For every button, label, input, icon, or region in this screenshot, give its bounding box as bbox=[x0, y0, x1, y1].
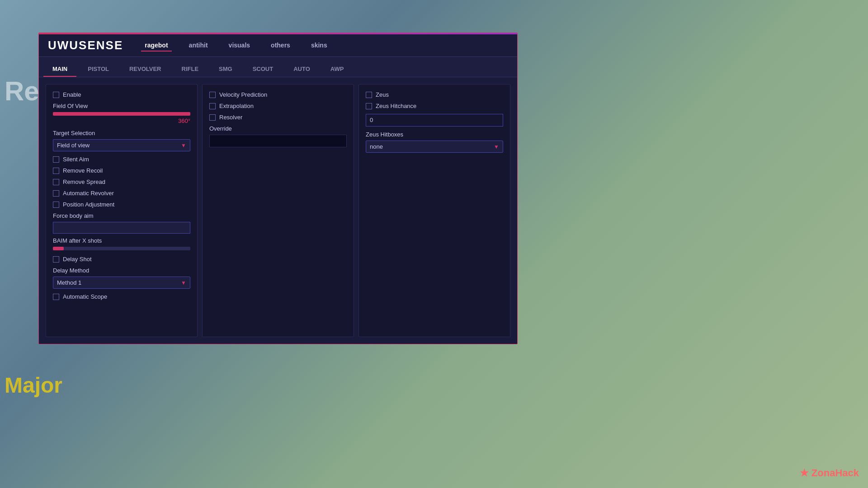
enable-label: Enable bbox=[63, 91, 81, 98]
nav-ragebot[interactable]: ragebot bbox=[141, 40, 171, 52]
extrapolation-label: Extrapolation bbox=[219, 103, 254, 109]
automatic-revolver-row: Automatic Revolver bbox=[53, 190, 190, 197]
delay-shot-row: Delay Shot bbox=[53, 256, 190, 263]
zonahack-watermark: ★ ZonaHack bbox=[800, 467, 859, 479]
force-body-aim-input[interactable] bbox=[53, 222, 190, 234]
tab-awp[interactable]: AWP bbox=[321, 62, 353, 77]
col3: Zeus Zeus Hitchance 0 Zeus Hitboxes none… bbox=[359, 84, 510, 337]
zeus-hitboxes-arrow: ▼ bbox=[494, 144, 499, 150]
baim-label: BAIM after X shots bbox=[53, 237, 190, 244]
remove-spread-checkbox[interactable] bbox=[53, 179, 59, 185]
col1: Enable Field Of View 360° Target Selecti… bbox=[46, 84, 198, 337]
override-input[interactable] bbox=[209, 135, 347, 147]
bg-text-major: Major bbox=[5, 373, 62, 398]
tab-smg[interactable]: SMG bbox=[210, 62, 241, 77]
delay-shot-checkbox[interactable] bbox=[53, 256, 59, 263]
zeus-hitchance-checkbox[interactable] bbox=[366, 103, 372, 109]
target-selection-label: Target Selection bbox=[53, 130, 190, 136]
override-label: Override bbox=[209, 125, 347, 132]
position-adjustment-checkbox[interactable] bbox=[53, 202, 59, 208]
zeus-hitchance-row: Zeus Hitchance bbox=[366, 103, 503, 109]
remove-spread-row: Remove Spread bbox=[53, 178, 190, 185]
target-selection-value: Field of view bbox=[57, 142, 90, 149]
content-area: Enable Field Of View 360° Target Selecti… bbox=[39, 77, 517, 344]
velocity-prediction-label: Velocity Prediction bbox=[219, 91, 267, 98]
extrapolation-row: Extrapolation bbox=[209, 103, 347, 109]
top-nav: UWUSENSE ragebot antihit visuals others … bbox=[39, 34, 517, 57]
nav-visuals[interactable]: visuals bbox=[225, 40, 254, 52]
zeus-value-input[interactable]: 0 bbox=[366, 114, 503, 127]
tab-revolver[interactable]: REVOLVER bbox=[120, 62, 170, 77]
fov-slider-container: 360° bbox=[53, 112, 190, 124]
zeus-row: Zeus bbox=[366, 91, 503, 98]
automatic-revolver-label: Automatic Revolver bbox=[63, 190, 114, 197]
fov-value: 360° bbox=[53, 117, 190, 124]
zeus-value: 0 bbox=[370, 117, 373, 123]
tab-bar: MAIN PISTOL REVOLVER RIFLE SMG SCOUT AUT… bbox=[39, 57, 517, 77]
target-selection-dropdown[interactable]: Field of view ▼ bbox=[53, 139, 190, 151]
automatic-scope-row: Automatic Scope bbox=[53, 293, 190, 300]
automatic-scope-label: Automatic Scope bbox=[63, 293, 107, 300]
tab-rifle[interactable]: RIFLE bbox=[173, 62, 208, 77]
remove-recoil-checkbox[interactable] bbox=[53, 168, 59, 174]
col2: Velocity Prediction Extrapolation Resolv… bbox=[202, 84, 354, 337]
app-logo: UWUSENSE bbox=[48, 38, 123, 52]
velocity-prediction-row: Velocity Prediction bbox=[209, 91, 347, 98]
silent-aim-row: Silent Aim bbox=[53, 156, 190, 163]
zeus-hitboxes-value: none bbox=[370, 143, 383, 150]
resolver-label: Resolver bbox=[219, 114, 242, 121]
enable-checkbox[interactable] bbox=[53, 92, 59, 98]
force-body-aim-label: Force body aim bbox=[53, 212, 190, 219]
silent-aim-checkbox[interactable] bbox=[53, 156, 59, 163]
zeus-hitboxes-label: Zeus Hitboxes bbox=[366, 131, 503, 138]
automatic-scope-checkbox[interactable] bbox=[53, 294, 59, 300]
nav-skins[interactable]: skins bbox=[307, 40, 331, 52]
automatic-revolver-checkbox[interactable] bbox=[53, 190, 59, 197]
remove-recoil-label: Remove Recoil bbox=[63, 167, 103, 174]
zeus-label: Zeus bbox=[376, 91, 389, 98]
delay-shot-label: Delay Shot bbox=[63, 256, 92, 263]
silent-aim-label: Silent Aim bbox=[63, 156, 89, 163]
baim-slider-container bbox=[53, 247, 190, 250]
position-adjustment-row: Position Adjustment bbox=[53, 201, 190, 208]
main-panel: UWUSENSE ragebot antihit visuals others … bbox=[38, 33, 518, 344]
fov-slider-track[interactable] bbox=[53, 112, 190, 116]
fov-label: Field Of View bbox=[53, 103, 190, 109]
delay-method-dropdown[interactable]: Method 1 ▼ bbox=[53, 277, 190, 289]
zeus-hitchance-label: Zeus Hitchance bbox=[376, 103, 416, 109]
delay-method-arrow: ▼ bbox=[181, 280, 186, 286]
zeus-hitboxes-dropdown[interactable]: none ▼ bbox=[366, 141, 503, 153]
enable-row: Enable bbox=[53, 91, 190, 98]
nav-others[interactable]: others bbox=[267, 40, 294, 52]
tab-pistol[interactable]: PISTOL bbox=[79, 62, 118, 77]
position-adjustment-label: Position Adjustment bbox=[63, 201, 114, 208]
nav-items: ragebot antihit visuals others skins bbox=[141, 40, 330, 52]
resolver-checkbox[interactable] bbox=[209, 114, 216, 121]
tab-main[interactable]: MAIN bbox=[43, 62, 76, 77]
tab-scout[interactable]: SCOUT bbox=[244, 62, 283, 77]
delay-method-value: Method 1 bbox=[57, 279, 81, 286]
remove-recoil-row: Remove Recoil bbox=[53, 167, 190, 174]
target-selection-arrow: ▼ bbox=[181, 142, 186, 149]
zeus-checkbox[interactable] bbox=[366, 92, 372, 98]
velocity-prediction-checkbox[interactable] bbox=[209, 92, 216, 98]
baim-slider-fill bbox=[53, 247, 64, 250]
baim-slider-track[interactable] bbox=[53, 247, 190, 250]
resolver-row: Resolver bbox=[209, 114, 347, 121]
delay-method-label: Delay Method bbox=[53, 267, 190, 274]
extrapolation-checkbox[interactable] bbox=[209, 103, 216, 109]
remove-spread-label: Remove Spread bbox=[63, 178, 105, 185]
tab-auto[interactable]: AUTO bbox=[284, 62, 319, 77]
nav-antihit[interactable]: antihit bbox=[185, 40, 212, 52]
